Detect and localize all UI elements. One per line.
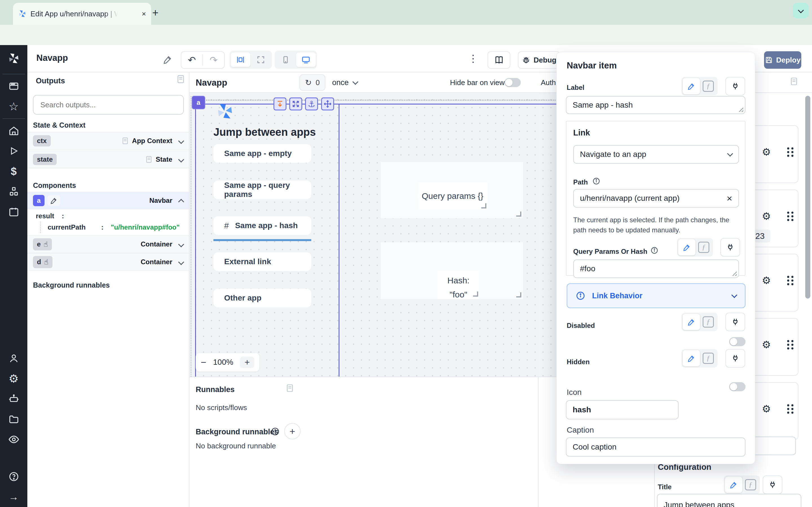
undo-button[interactable]: ↶ bbox=[181, 54, 203, 66]
fx-icon[interactable]: ƒ bbox=[700, 350, 716, 367]
nav-item-same-app-hash[interactable]: # Same app - hash bbox=[213, 216, 311, 235]
add-background-runnable-button[interactable]: + bbox=[284, 423, 301, 439]
sidebar-item-folders[interactable] bbox=[8, 409, 19, 429]
outputs-doc-icon[interactable] bbox=[176, 74, 186, 84]
gear-icon[interactable]: ⚙ bbox=[762, 146, 771, 158]
caption-input[interactable]: Cool caption bbox=[566, 438, 746, 457]
disabled-toggle[interactable] bbox=[729, 337, 746, 346]
sidebar-item-home[interactable] bbox=[8, 121, 19, 141]
gear-icon[interactable]: ⚙ bbox=[762, 275, 771, 286]
config-title-input[interactable]: Jump between apps bbox=[657, 494, 801, 507]
drag-grip-icon[interactable] bbox=[786, 211, 794, 222]
docs-book-button[interactable] bbox=[488, 51, 510, 69]
chevron-down-icon[interactable] bbox=[178, 259, 184, 265]
zoom-in-button[interactable]: + bbox=[240, 356, 254, 368]
gear-icon[interactable]: ⚙ bbox=[762, 403, 771, 415]
fx-icon[interactable]: ƒ bbox=[742, 476, 759, 493]
fx-icon[interactable]: ƒ bbox=[700, 78, 716, 94]
sidebar-item-help[interactable] bbox=[8, 466, 19, 487]
hidden-toggle[interactable] bbox=[729, 382, 746, 391]
pencil-icon[interactable] bbox=[682, 314, 700, 330]
mobile-view-button[interactable] bbox=[276, 52, 296, 67]
redo-button[interactable]: ↷ bbox=[203, 54, 224, 66]
edit-app-name-pencil-icon[interactable] bbox=[163, 55, 172, 64]
plug-icon-button[interactable] bbox=[720, 238, 740, 257]
drag-grip-icon[interactable] bbox=[786, 339, 794, 350]
resize-handle[interactable] bbox=[516, 292, 521, 297]
runnables-doc-icon[interactable] bbox=[285, 384, 294, 393]
output-row-navbar[interactable]: a Navbar bbox=[28, 192, 189, 209]
gear-icon[interactable]: ⚙ bbox=[762, 339, 771, 351]
move-chip[interactable] bbox=[321, 98, 334, 110]
windmill-logo-icon[interactable] bbox=[8, 45, 20, 72]
drag-grip-icon[interactable] bbox=[786, 275, 794, 286]
settings-doc-icon[interactable] bbox=[790, 77, 799, 86]
sidebar-item-audit-logs[interactable] bbox=[8, 429, 19, 450]
sidebar-item-settings-gear-icon[interactable]: ⚙ bbox=[9, 369, 19, 389]
fx-icon[interactable]: ƒ bbox=[700, 314, 716, 330]
nav-item-same-app-query-params[interactable]: Same app - query params bbox=[213, 180, 311, 199]
chevron-down-icon[interactable] bbox=[178, 138, 184, 144]
sidebar-item-apps[interactable] bbox=[8, 76, 19, 96]
output-row-ctx[interactable]: ctx App Context bbox=[28, 132, 189, 150]
fullwidth-layout-button[interactable] bbox=[251, 52, 271, 67]
gear-icon[interactable]: ⚙ bbox=[762, 210, 771, 222]
resize-handle[interactable] bbox=[516, 212, 521, 217]
sidebar-item-users[interactable] bbox=[9, 348, 19, 369]
icon-input[interactable]: hash bbox=[566, 400, 679, 419]
plug-icon-button[interactable] bbox=[725, 77, 745, 96]
plug-icon-button[interactable] bbox=[725, 313, 745, 331]
label-textarea[interactable]: Same app - hash bbox=[566, 96, 746, 114]
resize-handle[interactable] bbox=[473, 291, 478, 297]
output-row-container-e[interactable]: e☝ Container bbox=[28, 235, 189, 253]
query-params-box[interactable]: Query params {} bbox=[380, 162, 523, 218]
hide-bar-toggle[interactable] bbox=[504, 78, 521, 87]
hash-text-box[interactable]: Hash: "foo" bbox=[438, 271, 479, 299]
settings-scrollbar[interactable] bbox=[805, 96, 810, 298]
sidebar-collapse-arrow-icon[interactable]: → bbox=[9, 487, 19, 507]
drag-grip-icon[interactable] bbox=[786, 147, 794, 158]
new-tab-button[interactable]: + bbox=[152, 7, 158, 18]
nav-item-same-app-empty[interactable]: Same app - empty bbox=[213, 144, 311, 163]
centered-layout-button[interactable] bbox=[231, 52, 250, 67]
debug-button[interactable]: Debug bbox=[518, 51, 560, 69]
plug-icon-button[interactable] bbox=[725, 349, 745, 368]
path-input[interactable]: u/henri/navapp (current app) × bbox=[573, 189, 739, 208]
resize-handle[interactable] bbox=[481, 203, 486, 209]
zoom-out-button[interactable]: − bbox=[201, 357, 206, 368]
query-params-text-box[interactable]: Query params {} bbox=[417, 182, 488, 210]
desktop-view-button[interactable] bbox=[296, 52, 316, 67]
selected-component-badge[interactable]: a bbox=[192, 96, 205, 109]
anchor-chip[interactable]: ⚓ bbox=[305, 98, 318, 110]
pencil-icon[interactable] bbox=[678, 239, 696, 256]
clear-path-icon[interactable]: × bbox=[726, 193, 732, 204]
plug-icon-button[interactable] bbox=[763, 475, 782, 494]
sidebar-item-workers[interactable] bbox=[8, 389, 19, 409]
expand-chip[interactable] bbox=[289, 98, 302, 110]
chevron-down-icon[interactable] bbox=[178, 241, 184, 247]
link-behavior-collapse[interactable]: Link Behavior bbox=[567, 283, 746, 308]
fx-icon[interactable]: ƒ bbox=[696, 239, 712, 256]
drag-grip-icon[interactable] bbox=[786, 404, 794, 414]
expand-down-chip[interactable] bbox=[273, 98, 287, 110]
refresh-count-button[interactable]: ↻ 0 bbox=[299, 74, 325, 91]
deploy-button[interactable]: Deploy bbox=[764, 51, 801, 69]
chevron-up-icon[interactable] bbox=[178, 199, 184, 205]
editor-menu-kebab-icon[interactable]: ⋮ bbox=[468, 54, 478, 64]
query-hash-textarea[interactable]: #foo bbox=[573, 260, 739, 278]
link-kind-select[interactable]: Navigate to an app bbox=[573, 145, 739, 164]
rename-pencil-icon[interactable] bbox=[47, 195, 60, 206]
chevron-down-icon[interactable] bbox=[178, 156, 184, 162]
tab-close-icon[interactable]: × bbox=[142, 10, 146, 17]
schedule-dropdown[interactable]: once bbox=[332, 74, 357, 91]
nav-item-external-link[interactable]: External link bbox=[213, 252, 311, 271]
hash-box[interactable]: Hash: "foo" bbox=[380, 242, 523, 299]
tab-strip-chevron-button[interactable] bbox=[793, 3, 809, 18]
pencil-icon[interactable] bbox=[682, 350, 700, 367]
sidebar-item-variables[interactable]: $ bbox=[11, 161, 17, 181]
output-row-container-d[interactable]: d☝ Container bbox=[28, 253, 189, 271]
sidebar-item-favorites[interactable]: ☆ bbox=[9, 96, 19, 117]
sidebar-item-resources[interactable] bbox=[8, 181, 19, 202]
pencil-icon[interactable] bbox=[682, 78, 700, 94]
sidebar-item-schedules[interactable] bbox=[8, 202, 19, 222]
